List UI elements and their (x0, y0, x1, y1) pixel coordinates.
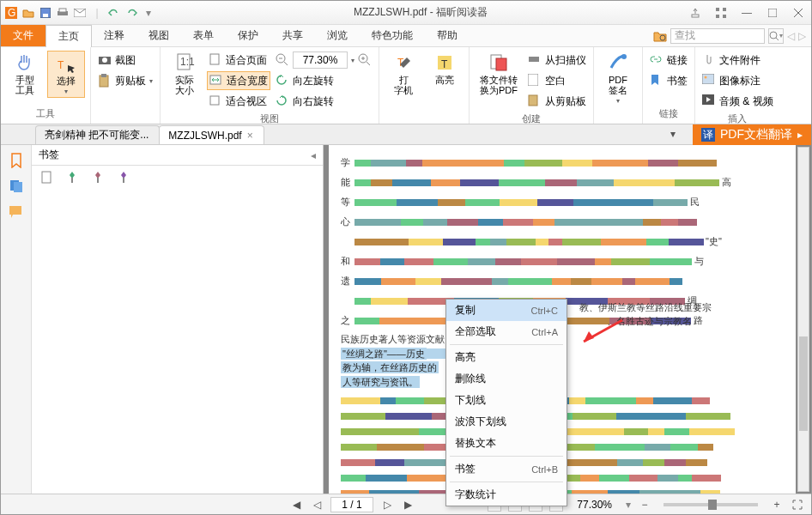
close-icon[interactable] (789, 6, 808, 20)
undo-icon[interactable] (107, 6, 121, 20)
svg-rect-10 (716, 15, 719, 18)
hand-tool-button[interactable]: 手型 工具 (6, 51, 44, 97)
zoom-in-icon[interactable] (358, 53, 372, 67)
ctx-wordcount[interactable]: 字数统计 (446, 484, 567, 506)
zoom-out-status-icon[interactable]: − (638, 498, 651, 512)
ctx-copy[interactable]: 复制Ctrl+C (446, 300, 567, 321)
fit-width-button[interactable]: 适合宽度 (207, 71, 270, 90)
page-indicator[interactable]: 1 / 1 (330, 497, 373, 512)
clipboard-button[interactable]: 剪贴板 ▾ (96, 71, 155, 90)
rotate-left-button[interactable]: 向左旋转 (274, 71, 373, 90)
bm-add-icon[interactable] (66, 170, 80, 184)
tab-file[interactable]: 文件 (1, 25, 45, 46)
email-icon[interactable] (73, 6, 87, 20)
tab-browse[interactable]: 浏览 (315, 25, 360, 46)
pdf-sign-button[interactable]: PDF 签名 ▾ (599, 51, 637, 106)
fit-page-button[interactable]: 适合页面 (207, 51, 270, 70)
search-input[interactable]: 查找 (670, 28, 765, 44)
rotate-right-button[interactable]: 向右旋转 (274, 92, 373, 111)
redo-icon[interactable] (124, 6, 138, 20)
bm-new-icon[interactable] (40, 170, 54, 184)
link-button[interactable]: 链接 (648, 51, 689, 70)
prev-page-icon[interactable]: ◁ (310, 498, 324, 512)
bookmarks-toolbar (32, 166, 323, 188)
zoom-in-status-icon[interactable]: + (770, 498, 784, 512)
convert-button[interactable]: 将文件转 换为PDF (475, 51, 523, 97)
pdf-translate-button[interactable]: 译 PDF文档翻译 ▸ (693, 124, 811, 145)
zoom-value[interactable]: 77.30% (293, 52, 348, 69)
tab-special[interactable]: 特色功能 (360, 25, 425, 46)
qat-dropdown-icon[interactable]: ▾ (142, 6, 155, 20)
blank-icon (528, 74, 542, 88)
tab-home[interactable]: 主页 (45, 25, 92, 47)
vertical-scrollbar[interactable] (797, 147, 809, 492)
tab-protect[interactable]: 保护 (226, 25, 270, 46)
image-note-button[interactable]: 图像标注 (700, 71, 775, 90)
pdf-translate-label: PDF文档翻译 (720, 127, 792, 142)
tabs-dropdown-icon[interactable]: ▾ (670, 128, 676, 140)
zoom-controls: 77.30% ▾ (274, 51, 373, 70)
save-icon[interactable] (39, 6, 52, 20)
from-clipboard-button[interactable]: 从剪贴板 (526, 92, 588, 111)
print-icon[interactable] (56, 6, 70, 20)
bm-flag2-icon[interactable] (118, 170, 131, 184)
audio-video-button[interactable]: 音频 & 视频 (700, 92, 775, 111)
tab-comment[interactable]: 注释 (92, 25, 136, 46)
highlight-icon: T (434, 52, 455, 73)
ctx-squiggly[interactable]: 波浪下划线 (446, 411, 567, 433)
group-insert-label: 插入 (700, 111, 775, 125)
tab-share[interactable]: 共享 (270, 25, 315, 46)
panel-menu-icon[interactable]: ◂ (311, 149, 316, 161)
ctx-select-all[interactable]: 全部选取Ctrl+A (446, 321, 567, 342)
comments-nav-icon[interactable] (8, 203, 25, 221)
tab-help[interactable]: 帮助 (425, 25, 470, 46)
first-page-icon[interactable]: ◀ (289, 498, 303, 512)
doc-tab-2[interactable]: MZZJLSWH.pdf× (159, 125, 264, 144)
search-button[interactable]: ▾ (768, 28, 784, 44)
typewriter-button[interactable]: T 打 字机 (385, 51, 422, 97)
last-page-icon[interactable]: ▶ (401, 498, 415, 512)
nav-prev-icon[interactable]: ◁ (787, 30, 795, 42)
ctx-bookmark-shortcut: Ctrl+B (531, 464, 558, 475)
select-tool-button[interactable]: T 选择 ▾ (47, 51, 85, 98)
bm-flag1-icon[interactable] (92, 170, 106, 184)
open-icon[interactable] (21, 6, 35, 20)
snapshot-button[interactable]: 截图 (96, 51, 155, 70)
bookmark-button[interactable]: 书签 (648, 71, 689, 90)
ribbon-toggle-icon[interactable] (712, 6, 730, 20)
close-tab-icon[interactable]: × (247, 130, 253, 142)
status-dropdown-icon[interactable]: ▾ (626, 499, 631, 511)
nav-next-icon[interactable]: ▷ (798, 30, 806, 42)
fullscreen-icon[interactable] (791, 498, 804, 512)
ctx-bookmark[interactable]: 书签Ctrl+B (446, 458, 567, 480)
highlight-button[interactable]: T 高亮 (426, 51, 464, 87)
blank-button[interactable]: 空白 (526, 71, 588, 90)
tab-view[interactable]: 视图 (136, 25, 181, 46)
fit-visible-button[interactable]: 适合视区 (207, 92, 270, 111)
next-page-icon[interactable]: ▷ (380, 498, 394, 512)
ctx-replace[interactable]: 替换文本 (446, 433, 567, 454)
ctx-underline[interactable]: 下划线 (446, 390, 567, 411)
minimize-icon[interactable]: ― (737, 6, 756, 20)
attach-button[interactable]: 文件附件 (700, 51, 775, 70)
touch-mode-icon[interactable] (686, 6, 705, 20)
scrollbar-thumb[interactable] (799, 336, 808, 431)
zoom-slider[interactable] (664, 503, 758, 506)
find-folder-icon[interactable] (653, 30, 667, 42)
bookmarks-nav-icon[interactable] (8, 152, 25, 169)
pages-nav-icon[interactable] (8, 178, 25, 195)
actual-size-button[interactable]: 1:1 实际 大小 (166, 51, 203, 97)
ctx-underline-label: 下划线 (455, 393, 486, 408)
zoom-slider-handle[interactable] (708, 500, 717, 510)
document-view[interactable]: 学能高等民心"史"和与遗绸之路民族历史著人等资源文献："丝绸之路"——历史教为轴… (324, 145, 811, 494)
chevron-down-icon[interactable]: ▾ (351, 57, 354, 64)
ctx-strikeout[interactable]: 删除线 (446, 368, 567, 390)
maximize-icon[interactable] (763, 6, 782, 20)
svg-rect-12 (768, 9, 777, 17)
doc-tab-1[interactable]: 亮剑精神 把不可能变... (35, 125, 160, 144)
ctx-highlight[interactable]: 高亮 (446, 347, 567, 368)
select-icon: T (56, 53, 76, 74)
from-scanner-button[interactable]: 从扫描仪 (526, 51, 588, 70)
tab-table[interactable]: 表单 (181, 25, 226, 46)
zoom-out-icon[interactable] (276, 53, 289, 67)
